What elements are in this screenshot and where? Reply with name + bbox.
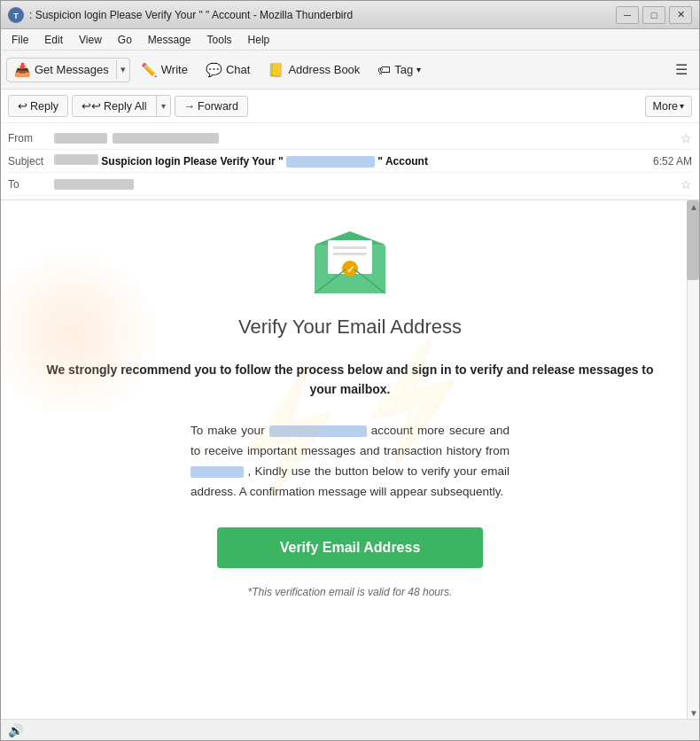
reply-all-button[interactable]: ↩↩ Reply All <box>73 96 157 116</box>
to-row: To ☆ <box>8 173 692 196</box>
menu-view[interactable]: View <box>72 32 109 48</box>
title-bar: T : Suspicion login Please Verify Your "… <box>1 1 699 29</box>
chat-icon: 💬 <box>206 62 222 78</box>
more-dropdown-icon: ▾ <box>680 101 684 111</box>
forward-icon: → <box>184 100 196 113</box>
reply-all-dropdown[interactable]: ▾ <box>157 96 170 116</box>
reply-all-icon: ↩↩ <box>82 99 101 113</box>
menu-bar: File Edit View Go Message Tools Help <box>1 29 699 51</box>
bold-notice: We strongly recommend you to follow the … <box>27 360 673 400</box>
envelope-container: ✓ <box>27 218 673 298</box>
tag-button[interactable]: 🏷 Tag ▾ <box>370 58 428 81</box>
status-bar: 🔊 <box>1 719 699 740</box>
message-header: ↩ Reply ↩↩ Reply All ▾ → Forward More ▾ <box>1 90 699 200</box>
envelope-icon: ✓ <box>306 227 394 298</box>
scrollbar-track[interactable]: ▲ ▼ <box>687 200 699 719</box>
from-star-icon[interactable]: ☆ <box>681 131 692 145</box>
svg-text:✓: ✓ <box>346 264 354 275</box>
body-paragraph: To make your account more secure and to … <box>191 421 509 503</box>
email-time: 6:52 AM <box>653 155 692 168</box>
to-star-icon[interactable]: ☆ <box>681 177 692 191</box>
to-label: To <box>8 178 54 191</box>
app-window: T : Suspicion login Please Verify Your "… <box>0 0 700 741</box>
menu-tools[interactable]: Tools <box>200 32 239 48</box>
to-redact <box>54 179 134 190</box>
scrollbar-up-button[interactable]: ▲ <box>688 200 699 213</box>
subject-prefix-redact <box>54 155 101 168</box>
from-redact-1 <box>54 133 107 144</box>
svg-rect-4 <box>333 246 367 249</box>
from-row: From ☆ <box>8 127 692 150</box>
close-button[interactable]: ✕ <box>669 6 692 24</box>
maximize-button[interactable]: □ <box>642 6 665 24</box>
chat-button[interactable]: 💬 Chat <box>198 58 257 82</box>
scrollbar-down-button[interactable]: ▼ <box>688 706 699 719</box>
write-icon: ✏️ <box>141 62 158 78</box>
email-body: ⚡⚡ ✓ <box>1 200 699 719</box>
svg-text:T: T <box>13 12 19 20</box>
from-value <box>54 133 677 144</box>
email-body-inner: ⚡⚡ ✓ <box>1 200 699 634</box>
subject-label: Subject <box>8 155 54 168</box>
menu-help[interactable]: Help <box>241 32 277 48</box>
menu-edit[interactable]: Edit <box>37 32 70 48</box>
validity-note: *This verification email is valid for 48… <box>27 586 673 598</box>
to-value <box>54 179 677 190</box>
window-title: : Suspicion login Please Verify Your " "… <box>29 9 616 21</box>
svg-rect-5 <box>333 253 367 255</box>
subject-value: Suspicion login Please Verify Your " " A… <box>54 154 653 168</box>
hamburger-menu-button[interactable]: ☰ <box>669 58 694 82</box>
reply-all-split: ↩↩ Reply All ▾ <box>72 95 171 117</box>
subject-text: Suspicion login Please Verify Your " <box>101 155 283 168</box>
get-messages-icon: 📥 <box>14 62 31 78</box>
subject-suffix: " Account <box>377 155 428 168</box>
email-redacted-1 <box>269 425 367 437</box>
get-messages-dropdown[interactable]: ▾ <box>116 60 129 79</box>
verify-email-button[interactable]: Verify Email Address <box>217 527 483 568</box>
address-book-button[interactable]: 📒 Address Book <box>261 58 367 82</box>
subject-redacted <box>286 156 375 168</box>
window-controls: ─ □ ✕ <box>616 6 692 24</box>
menu-message[interactable]: Message <box>141 32 198 48</box>
subject-row: Subject Suspicion login Please Verify Yo… <box>8 150 692 173</box>
more-button[interactable]: More ▾ <box>645 96 692 117</box>
menu-go[interactable]: Go <box>111 32 139 48</box>
paragraph-start: To make your <box>191 424 265 437</box>
main-toolbar: 📥 Get Messages ▾ ✏️ Write 💬 Chat 📒 Addre… <box>1 51 699 90</box>
email-fields: From ☆ Subject Suspicion login Please Ve… <box>1 123 699 199</box>
status-icon: 🔊 <box>8 723 23 737</box>
write-button[interactable]: ✏️ Write <box>134 58 195 82</box>
reply-button[interactable]: ↩ Reply <box>8 95 68 117</box>
tag-icon: 🏷 <box>377 62 391 77</box>
email-body-title: Verify Your Email Address <box>27 316 673 339</box>
app-icon: T <box>8 7 24 23</box>
email-redacted-2 <box>191 466 244 478</box>
from-label: From <box>8 132 54 144</box>
get-messages-button[interactable]: 📥 Get Messages <box>7 58 116 82</box>
address-book-icon: 📒 <box>268 62 284 78</box>
reply-icon: ↩ <box>18 99 27 113</box>
forward-button[interactable]: → Forward <box>175 96 248 117</box>
from-redact-2 <box>113 133 219 144</box>
minimize-button[interactable]: ─ <box>616 6 639 24</box>
tag-dropdown-icon: ▾ <box>416 65 421 74</box>
menu-file[interactable]: File <box>4 32 35 48</box>
message-action-toolbar: ↩ Reply ↩↩ Reply All ▾ → Forward More ▾ <box>1 90 699 123</box>
